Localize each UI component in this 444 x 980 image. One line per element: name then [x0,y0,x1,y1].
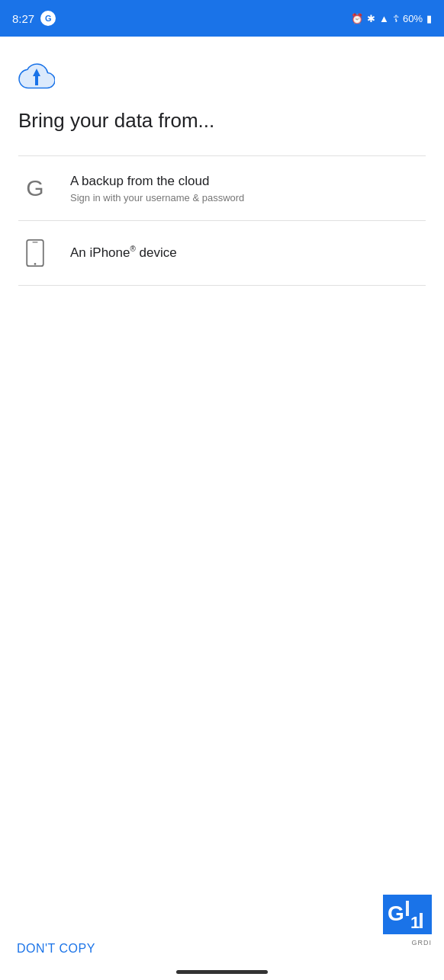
watermark-label: GRDI [412,939,433,946]
svg-text:G: G [388,902,404,925]
cloud-backup-title: A backup from the cloud [70,172,426,191]
bottom-divider [18,285,426,286]
watermark-box: G 1 [383,895,432,934]
svg-rect-8 [420,913,423,928]
svg-rect-7 [406,901,409,916]
iphone-device-text: An iPhone® device [70,244,426,262]
iphone-device-item[interactable]: An iPhone® device [18,221,426,285]
status-bar-right: ⏰ ✱ ▲ ☦ 60% ▮ [351,13,432,24]
google-g-icon: G [26,175,43,201]
cloud-upload-icon [18,61,55,90]
svg-text:1: 1 [410,913,420,932]
status-bar-left: 8:27 G [12,11,56,26]
svg-point-3 [34,263,37,265]
phone-icon-container [18,236,52,270]
nav-bar [176,970,268,974]
alarm-icon: ⏰ [351,13,363,24]
wifi-icon: ▲ [379,13,389,24]
battery-indicator: 60% [403,13,423,24]
signal-icon: ☦ [393,13,399,24]
cloud-backup-text: A backup from the cloud Sign in with you… [70,172,426,203]
cloud-backup-item[interactable]: G A backup from the cloud Sign in with y… [18,156,426,220]
watermark: G 1 GRDI [383,895,432,934]
battery-icon: ▮ [426,13,432,24]
bluetooth-icon: ✱ [367,13,375,24]
dont-copy-label: DON'T COPY [17,942,95,956]
google-g-icon-container: G [18,171,52,205]
iphone-device-title: An iPhone® device [70,244,426,262]
cloud-icon-container [18,61,426,93]
svg-rect-1 [27,240,43,266]
status-time: 8:27 [12,12,34,25]
page-title: Bring your data from... [18,108,426,134]
watermark-svg: G 1 [383,895,432,934]
svg-rect-2 [32,242,37,242]
main-content: Bring your data from... G A backup from … [0,37,444,286]
cloud-backup-subtitle: Sign in with your username & password [70,192,426,203]
phone-icon [24,239,46,267]
google-app-icon: G [40,11,56,26]
status-bar: 8:27 G ⏰ ✱ ▲ ☦ 60% ▮ [0,0,444,37]
